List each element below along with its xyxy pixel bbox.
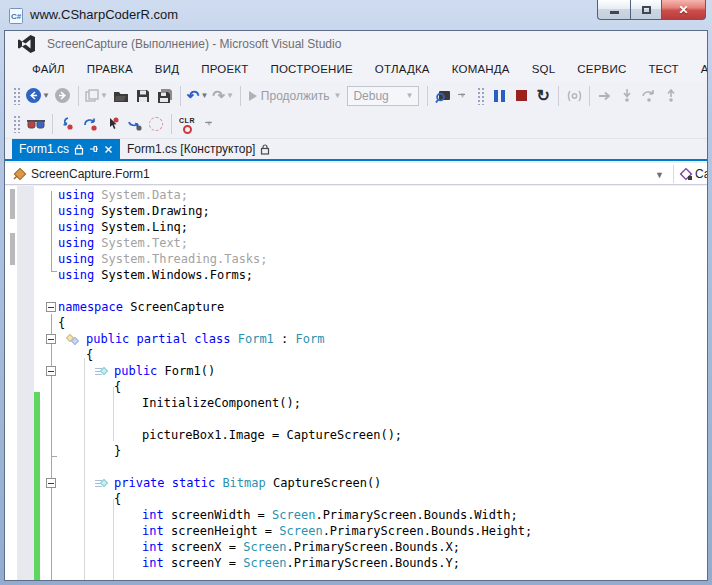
continue-button[interactable]: Продолжить ▼	[245, 84, 344, 108]
menu-item-9[interactable]: СЕРВИС	[566, 59, 637, 79]
maximize-icon	[642, 6, 651, 14]
maximize-button[interactable]	[630, 0, 661, 20]
member-dropdown[interactable]: Ca	[695, 167, 707, 181]
tab-form1-cs[interactable]: Form1.cs	[12, 139, 120, 159]
fold-collapse-box[interactable]	[46, 302, 56, 312]
code-line: namespace ScreenCapture	[5, 299, 707, 315]
save-all-icon	[157, 89, 173, 103]
menu-item-1[interactable]: ФАЙЛ	[21, 59, 76, 79]
step-over-trace-button[interactable]	[79, 112, 101, 136]
type-dropdown[interactable]: ScreenCapture.Form1	[31, 167, 150, 181]
menu-item-6[interactable]: ОТЛАДКА	[364, 59, 441, 79]
code-editor[interactable]: using System.Data;using System.Drawing;u…	[5, 186, 707, 580]
step-out-trace-icon	[127, 117, 142, 131]
class-icon	[13, 167, 27, 181]
navigate-back-icon	[26, 88, 41, 103]
open-file-icon	[113, 89, 129, 103]
save-all-button[interactable]	[154, 84, 176, 108]
code-line: {	[5, 491, 707, 507]
pause-icon	[494, 90, 505, 102]
new-project-button[interactable]: ▼	[83, 84, 110, 108]
code-lines: using System.Data;using System.Drawing;u…	[5, 187, 707, 580]
toolbar-separator	[240, 86, 241, 106]
code-line: public Form1()	[5, 363, 707, 379]
menu-item-3[interactable]: ВИД	[144, 59, 190, 79]
lock-icon	[260, 144, 270, 155]
step-out-button[interactable]	[660, 84, 682, 108]
menu-item-8[interactable]: SQL	[521, 59, 567, 79]
code-line: int screenY = Screen.PrimaryScreen.Bound…	[5, 555, 707, 571]
code-line: private static Bitmap CaptureScreen()	[5, 475, 707, 491]
hot-path-button[interactable]	[563, 84, 585, 108]
toolbar-grip[interactable]	[477, 87, 484, 105]
pause-all-button[interactable]	[488, 84, 510, 108]
editor-navigation-bar: ScreenCapture.Form1 ▼ Ca	[5, 163, 707, 185]
step-out-trace-button[interactable]	[123, 112, 145, 136]
step-into-button[interactable]	[616, 84, 638, 108]
svg-text:C#: C#	[11, 12, 22, 21]
debug-combo-value: Debug	[353, 89, 388, 103]
step-over-button[interactable]	[638, 84, 660, 108]
toolbar-options-icon	[205, 122, 212, 123]
run-to-cursor-button[interactable]	[101, 112, 123, 136]
code-line	[5, 459, 707, 475]
stop-icon	[516, 90, 527, 101]
method-icon	[679, 167, 693, 181]
navigate-back-button[interactable]: ▼	[24, 84, 52, 108]
menu-item-2[interactable]: ПРАВКА	[76, 59, 144, 79]
menu-item-4[interactable]: ПРОЕКТ	[190, 59, 259, 79]
toolbar-intellitrace: CLR ▼	[5, 110, 707, 139]
step-into-trace-button[interactable]	[57, 112, 79, 136]
fold-collapse-box[interactable]	[46, 366, 56, 376]
minimize-icon	[610, 11, 619, 14]
navigate-forward-button[interactable]	[52, 84, 74, 108]
lock-icon	[74, 144, 84, 155]
show-next-statement-button[interactable]	[594, 84, 616, 108]
intellitrace-glasses-button[interactable]	[24, 112, 48, 136]
toolbar-options-button[interactable]: ▼	[457, 94, 466, 98]
continue-label: Продолжить	[261, 89, 330, 103]
minimize-button[interactable]	[597, 0, 630, 20]
code-line: using System.Text;	[5, 235, 707, 251]
save-button[interactable]	[132, 84, 154, 108]
toolbar-options-icon	[458, 94, 465, 95]
show-next-statement-icon	[598, 91, 612, 101]
find-in-files-button[interactable]	[432, 84, 454, 108]
visual-studio-window: ScreenCapture (Выполнение) - Microsoft V…	[4, 30, 708, 581]
vs-title: ScreenCapture (Выполнение) - Microsoft V…	[47, 37, 341, 51]
fold-collapse-box[interactable]	[46, 334, 56, 344]
tab-form1-cs-designer[interactable]: Form1.cs [Конструктор]	[120, 139, 277, 159]
vs-titlebar: ScreenCapture (Выполнение) - Microsoft V…	[5, 31, 707, 57]
undo-button[interactable]: ↶▼	[185, 84, 211, 108]
toolbar-grip[interactable]	[13, 115, 20, 133]
stop-debugging-button[interactable]	[510, 84, 532, 108]
step-into-trace-icon	[61, 117, 75, 131]
close-button[interactable]: ✕	[661, 0, 706, 20]
chevron-down-icon: ▼	[405, 91, 413, 100]
close-tab-icon[interactable]	[104, 145, 113, 154]
debug-configuration-combobox[interactable]: Debug ▼	[347, 86, 419, 106]
menu-bar: ФАЙЛПРАВКАВИДПРОЕКТПОСТРОЕНИЕОТЛАДКАКОМА…	[5, 57, 707, 81]
code-line: {	[5, 379, 707, 395]
fold-collapse-box[interactable]	[46, 478, 56, 488]
breakpoint-button[interactable]	[145, 112, 167, 136]
code-line: }	[5, 443, 707, 459]
open-file-button[interactable]	[110, 84, 132, 108]
clr-exception-icon	[183, 125, 192, 134]
window-titlebar: C# www.CSharpCoderR.com ✕	[0, 0, 712, 30]
pin-icon[interactable]	[89, 144, 99, 154]
toolbar-separator	[558, 86, 559, 106]
toolbar-options-button[interactable]: ▼	[204, 122, 213, 126]
toolbar-grip[interactable]	[13, 87, 20, 105]
menu-item-11[interactable]: АРХИТЕКТУРА	[690, 59, 707, 79]
menu-item-5[interactable]: ПОСТРОЕНИЕ	[259, 59, 363, 79]
menu-item-7[interactable]: КОМАНДА	[441, 59, 521, 79]
code-line: using System.Windows.Forms;	[5, 267, 707, 283]
restart-button[interactable]: ↻	[532, 84, 554, 108]
save-icon	[136, 89, 150, 103]
clr-exceptions-button[interactable]: CLR	[176, 112, 198, 136]
redo-button[interactable]: ↷▼	[210, 84, 236, 108]
window-title: www.CSharpCoderR.com	[30, 7, 178, 22]
chevron-down-icon[interactable]: ▼	[655, 170, 664, 180]
menu-item-10[interactable]: ТЕСТ	[637, 59, 689, 79]
